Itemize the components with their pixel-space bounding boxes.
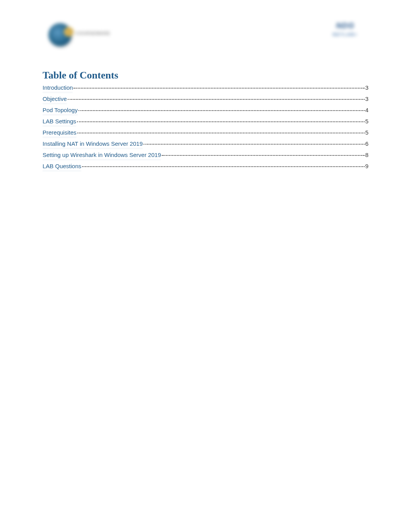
document-header: COURSEWARE NDG NETLAB+ [43, 19, 368, 50]
toc-page-number: 5 [365, 118, 368, 124]
toc-dots [79, 110, 365, 111]
toc-page-number: 8 [365, 152, 368, 158]
toc-link-installing-nat[interactable]: Installing NAT in Windows Server 2019 [43, 140, 143, 147]
toc-dots [74, 88, 364, 89]
toc-item: Setting up Wireshark in Windows Server 2… [43, 152, 368, 158]
toc-dots [77, 133, 365, 133]
toc-page-number: 9 [365, 163, 368, 169]
toc-page-number: 6 [365, 140, 368, 147]
toc-item: LAB Questions 9 [43, 163, 368, 169]
toc-item: Introduction 3 [43, 84, 368, 91]
document-page: COURSEWARE NDG NETLAB+ Table of Contents… [0, 0, 411, 193]
toc-item: Objective 3 [43, 95, 368, 102]
toc-link-lab-questions[interactable]: LAB Questions [43, 163, 81, 169]
toc-dots [162, 155, 365, 156]
toc-link-prerequisites[interactable]: Prerequisites [43, 129, 77, 136]
toc-page-number: 4 [365, 107, 368, 113]
toc-item: Installing NAT in Windows Server 2019 6 [43, 140, 368, 147]
toc-dots [77, 121, 365, 122]
toc-dots [68, 99, 365, 100]
toc-link-introduction[interactable]: Introduction [43, 84, 73, 91]
logo-right-bottom-text: NETLAB+ [324, 32, 366, 37]
toc-dots [82, 166, 365, 167]
toc-link-lab-settings[interactable]: LAB Settings [43, 118, 76, 124]
logo-right: NDG NETLAB+ [324, 21, 366, 48]
toc-link-objective[interactable]: Objective [43, 95, 67, 102]
toc-link-setting-up-wireshark[interactable]: Setting up Wireshark in Windows Server 2… [43, 152, 161, 158]
toc-dots [144, 144, 365, 145]
toc-page-number: 3 [365, 84, 368, 91]
toc-page-number: 5 [365, 129, 368, 136]
toc-page-number: 3 [365, 95, 368, 102]
logo-left-text: COURSEWARE [75, 31, 110, 36]
toc-item: Prerequisites 5 [43, 129, 368, 136]
toc-item: Pod Topology 4 [43, 107, 368, 113]
logo-left-circle-icon [48, 23, 72, 46]
logo-right-top-text: NDG [324, 21, 366, 30]
logo-left: COURSEWARE [45, 19, 110, 50]
toc-title: Table of Contents [43, 70, 368, 81]
toc-link-pod-topology[interactable]: Pod Topology [43, 107, 78, 113]
toc-item: LAB Settings 5 [43, 118, 368, 124]
toc-list: Introduction 3 Objective 3 Pod Topology … [43, 84, 368, 169]
